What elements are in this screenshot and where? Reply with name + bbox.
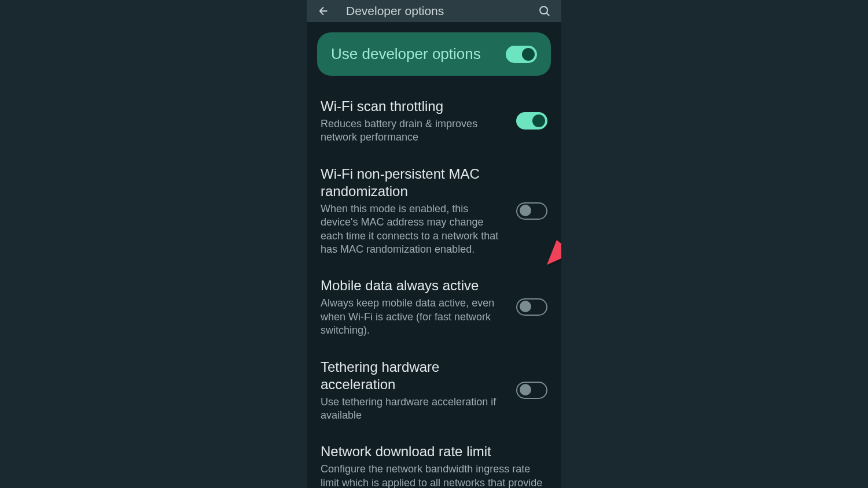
back-button[interactable] bbox=[317, 5, 330, 17]
setting-text: Tethering hardware acceleration Use teth… bbox=[321, 358, 506, 423]
use-developer-options-toggle[interactable] bbox=[506, 46, 537, 63]
phone-screen: Developer options Use developer options … bbox=[307, 0, 561, 488]
setting-title: Network download rate limit bbox=[321, 443, 547, 460]
setting-wifi-scan-throttling[interactable]: Wi-Fi scan throttling Reduces battery dr… bbox=[317, 87, 551, 155]
setting-desc: Configure the network bandwidth ingress … bbox=[321, 463, 547, 488]
tethering-hardware-acceleration-toggle[interactable] bbox=[516, 382, 547, 399]
app-bar: Developer options bbox=[307, 0, 561, 22]
hero-title: Use developer options bbox=[331, 45, 481, 63]
setting-text: Wi-Fi scan throttling Reduces battery dr… bbox=[321, 98, 506, 145]
setting-network-download-rate-limit[interactable]: Network download rate limit Configure th… bbox=[317, 432, 551, 488]
toggle-knob bbox=[520, 301, 531, 312]
toggle-knob bbox=[532, 114, 545, 127]
svg-point-0 bbox=[540, 6, 547, 14]
setting-desc: Always keep mobile data active, even whe… bbox=[321, 297, 506, 337]
setting-text: Mobile data always active Always keep mo… bbox=[321, 277, 506, 337]
wifi-mac-randomization-toggle[interactable] bbox=[516, 202, 547, 220]
toggle-knob bbox=[522, 48, 535, 61]
setting-title: Wi-Fi scan throttling bbox=[321, 98, 506, 115]
mobile-data-always-active-toggle[interactable] bbox=[516, 298, 547, 316]
setting-tethering-hardware-acceleration[interactable]: Tethering hardware acceleration Use teth… bbox=[317, 348, 551, 433]
setting-text: Wi-Fi non-persistent MAC randomization W… bbox=[321, 165, 506, 257]
setting-title: Mobile data always active bbox=[321, 277, 506, 294]
toggle-knob bbox=[520, 205, 531, 216]
setting-mobile-data-always-active[interactable]: Mobile data always active Always keep mo… bbox=[317, 267, 551, 347]
setting-title: Tethering hardware acceleration bbox=[321, 358, 506, 393]
setting-desc: Reduces battery drain & improves network… bbox=[321, 117, 506, 145]
use-developer-options-card[interactable]: Use developer options bbox=[317, 32, 551, 76]
setting-text: Network download rate limit Configure th… bbox=[321, 443, 547, 488]
search-button[interactable] bbox=[538, 5, 551, 17]
setting-title: Wi-Fi non-persistent MAC randomization bbox=[321, 165, 506, 200]
settings-content: Use developer options Wi-Fi scan throttl… bbox=[307, 22, 561, 488]
wifi-scan-throttling-toggle[interactable] bbox=[516, 112, 547, 130]
arrow-left-icon bbox=[317, 5, 330, 17]
page-title: Developer options bbox=[346, 4, 522, 18]
search-icon bbox=[538, 5, 551, 17]
setting-desc: Use tethering hardware acceleration if a… bbox=[321, 395, 506, 423]
toggle-knob bbox=[520, 384, 531, 395]
setting-wifi-mac-randomization[interactable]: Wi-Fi non-persistent MAC randomization W… bbox=[317, 155, 551, 267]
setting-desc: When this mode is enabled, this device's… bbox=[321, 202, 506, 257]
